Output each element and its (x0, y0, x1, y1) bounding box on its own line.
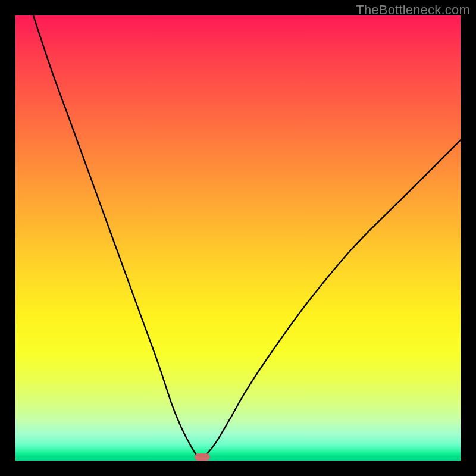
bottleneck-curve (33, 15, 461, 458)
watermark-text: TheBottleneck.com (356, 2, 470, 18)
plot-area (15, 15, 461, 461)
optimal-marker (195, 453, 210, 461)
curve-svg (15, 15, 461, 461)
chart-container: TheBottleneck.com (0, 0, 476, 476)
